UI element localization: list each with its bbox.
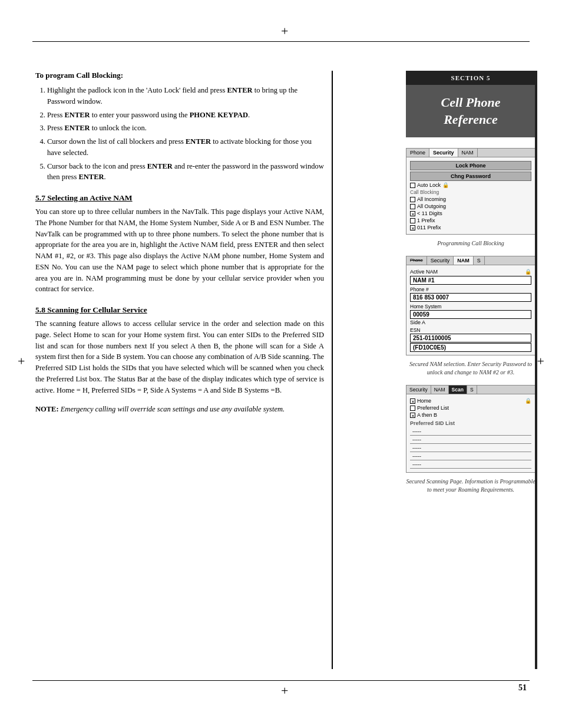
step-2: Press ENTER to enter your password using…	[47, 110, 324, 121]
tab3-nam: NAM	[431, 386, 449, 394]
section-57-text: You can store up to three cellular numbe…	[35, 206, 324, 295]
screen2-body: Active NAM 🔒 NAM #1 Phone # 816 853 0007…	[406, 265, 535, 355]
sid-line-1: -----	[410, 429, 531, 436]
sid-line-3: -----	[410, 445, 531, 452]
auto-lock-label: Auto Lock	[417, 182, 441, 188]
preferred-sid-label: Preferred SID List	[410, 420, 531, 426]
all-incoming-row: All Incoming	[410, 196, 531, 202]
column-divider	[332, 71, 333, 669]
tab-nam: NAM	[458, 149, 478, 157]
active-nam-lock: 🔒	[525, 269, 531, 275]
a-then-b-row: ✕ A then B	[410, 412, 531, 418]
home-lock: 🔒	[525, 398, 531, 404]
preferred-list-label: Preferred List	[417, 405, 449, 411]
reg-mark-mid-left: +	[18, 354, 25, 369]
all-outgoing-label: All Outgoing	[417, 203, 446, 209]
step-5: Cursor back to the icon and press ENTER …	[47, 161, 324, 183]
all-incoming-checkbox	[410, 197, 415, 202]
phone-screen-1: Phone Security NAM Lock Phone Chng Passw…	[406, 148, 535, 235]
less11-checkbox: ✕	[410, 211, 415, 216]
tab2-s: S	[474, 256, 485, 265]
section-title: Cell Phone Reference	[406, 85, 535, 137]
preferred-list-row: Preferred List	[410, 405, 531, 411]
step-1: Highlight the padlock icon in the 'Auto …	[47, 85, 324, 107]
section-57-heading: 5.7 Selecting an Active NAM	[35, 193, 324, 203]
a-then-b-checkbox: ✕	[410, 413, 415, 418]
reg-mark-top-center: +	[281, 24, 288, 39]
tab3-security: Security	[406, 386, 431, 394]
esn-label: ESN	[410, 327, 531, 333]
step-4: Cursor down the list of call blockers an…	[47, 136, 324, 159]
section-57: 5.7 Selecting an Active NAM You can stor…	[35, 193, 324, 295]
tab2-nam: NAM	[454, 256, 474, 265]
active-nam-row: Active NAM 🔒	[410, 269, 531, 275]
011prefix-checkbox: ✕	[410, 225, 415, 230]
tab-security: Security	[429, 149, 458, 157]
side-label: Side A	[410, 319, 425, 325]
section-header: SECTION 5	[406, 71, 535, 85]
home-system-label: Home System	[410, 304, 531, 309]
screen3-body: ✕ Home 🔒 Preferred List ✕ A then B Prefe…	[406, 394, 535, 472]
section-58: 5.8 Scanning for Cellular Service The sc…	[35, 305, 324, 415]
011prefix-row: ✕ 011 Prefix	[410, 225, 531, 230]
screen2-tabs: Phone Security NAM S	[406, 256, 535, 265]
call-blocking-screen-label: Call Blocking	[410, 189, 531, 195]
sid-line-5: -----	[410, 462, 531, 469]
screen1-tabs: Phone Security NAM	[406, 149, 535, 157]
a-then-b-label: A then B	[417, 412, 437, 418]
main-content: To program Call Blocking: Highlight the …	[35, 71, 324, 669]
home-label: Home	[417, 398, 431, 404]
call-blocking-section: To program Call Blocking: Highlight the …	[35, 71, 324, 183]
esn-value: 251-01100005	[410, 334, 531, 342]
less11-digits-row: ✕ < 11 Digits	[410, 210, 531, 216]
011prefix-label: 011 Prefix	[417, 225, 441, 230]
screen1-caption: Programming Call Blocking	[406, 239, 535, 248]
home-system-value: 00059	[410, 310, 531, 319]
sid-list: ----- ----- ----- ----- -----	[410, 429, 531, 469]
screen3-tabs: Security NAM Scan S	[406, 386, 535, 394]
esn-hex: (FD10C0E5)	[410, 343, 531, 352]
phone-screen-2: Phone Security NAM S Active NAM 🔒 NAM #1…	[406, 256, 535, 355]
tab2-security: Security	[427, 256, 454, 265]
lock-icon: 🔒	[442, 182, 449, 188]
right-edge-bar	[535, 71, 537, 669]
step-3: Press ENTER to unlock the icon.	[47, 123, 324, 134]
chng-password-btn: Chng Password	[410, 172, 531, 181]
auto-lock-row: Auto Lock 🔒	[410, 182, 531, 188]
page-number: 51	[518, 683, 527, 693]
bottom-border	[32, 680, 530, 681]
screen3-caption: Secured Scanning Page. Information is Pr…	[406, 477, 535, 494]
section-58-heading: 5.8 Scanning for Cellular Service	[35, 305, 324, 315]
call-blocking-steps: Highlight the padlock icon in the 'Auto …	[47, 85, 324, 183]
all-incoming-label: All Incoming	[417, 196, 446, 202]
auto-lock-checkbox	[410, 183, 415, 188]
screen2-caption: Secured NAM selection. Enter Security Pa…	[406, 360, 535, 377]
right-sidebar: SECTION 5 Cell Phone Reference Phone Sec…	[406, 71, 535, 669]
all-outgoing-checkbox	[410, 204, 415, 209]
active-nam-label: Active NAM	[410, 269, 438, 275]
reg-mark-bottom-center: +	[281, 683, 288, 699]
less11-label: < 11 Digits	[417, 210, 442, 216]
home-checkbox: ✕	[410, 398, 415, 404]
nam-value: NAM #1	[410, 276, 531, 285]
screen1-body: Lock Phone Chng Password Auto Lock 🔒 Cal…	[406, 157, 535, 234]
tab-phone: Phone	[406, 149, 429, 157]
home-row: ✕ Home 🔒	[410, 398, 531, 404]
lock-phone-btn: Lock Phone	[410, 161, 531, 170]
tab3-scan: Scan	[449, 386, 467, 394]
all-outgoing-row: All Outgoing	[410, 203, 531, 209]
1prefix-checkbox	[410, 218, 415, 223]
tab2-phone: Phone	[406, 256, 427, 265]
sid-line-2: -----	[410, 437, 531, 444]
sid-line-4: -----	[410, 453, 531, 460]
reg-mark-mid-right: +	[537, 354, 544, 369]
section-58-text: The scanning feature allows to access ce…	[35, 318, 324, 396]
top-border	[32, 41, 530, 42]
1prefix-row: 1 Prefix	[410, 218, 531, 223]
1prefix-label: 1 Prefix	[417, 218, 435, 223]
note-text: NOTE: Emergency calling will override sc…	[35, 404, 324, 415]
side-row: Side A	[410, 319, 531, 325]
phone-number-value: 816 853 0007	[410, 293, 531, 302]
call-blocking-heading: To program Call Blocking:	[35, 71, 324, 80]
preferred-list-checkbox	[410, 406, 415, 411]
